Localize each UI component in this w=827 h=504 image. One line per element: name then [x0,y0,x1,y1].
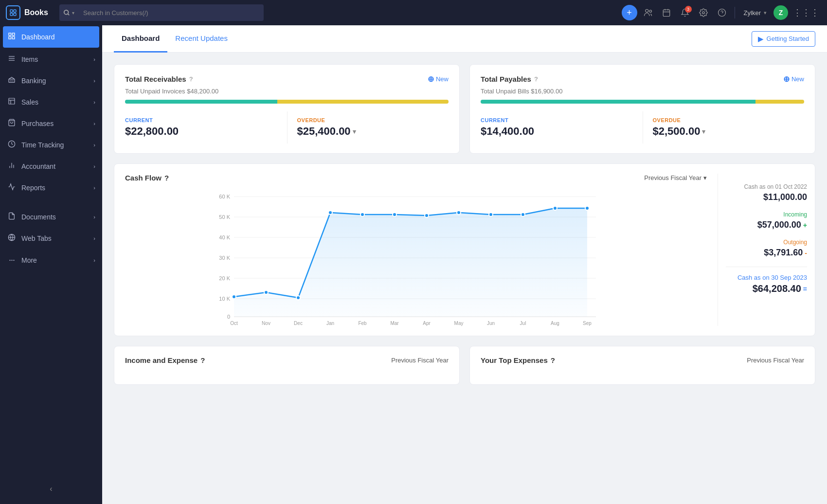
svg-rect-15 [9,33,11,36]
sidebar-item-label: Documents [21,213,56,221]
overdue-dropdown-icon[interactable]: ▾ [353,128,356,135]
receivables-current-metric: CURRENT $22,800.00 [125,111,287,144]
settings-icon-button[interactable] [696,5,711,20]
sidebar-item-more[interactable]: ··· More › [0,249,102,271]
sidebar-item-label: Accountant [21,162,55,170]
sales-icon [7,97,17,107]
receivables-current-value: $22,800.00 [125,125,287,138]
receivables-progress-bar [125,100,449,104]
svg-text:40 K: 40 K [219,234,230,240]
svg-text:Feb: Feb [358,321,367,326]
svg-rect-17 [12,36,15,39]
outgoing-sign: - [805,249,807,257]
play-icon: ▶ [758,35,764,43]
chevron-right-icon: › [93,121,95,126]
help-icon[interactable]: ? [189,75,193,83]
svg-text:10 K: 10 K [219,296,230,302]
help-icon-button[interactable] [714,5,730,20]
notification-badge: 3 [685,6,692,13]
svg-rect-0 [10,10,13,12]
help-icon[interactable]: ? [534,75,538,83]
notifications-button[interactable]: 3 [677,5,693,20]
avatar[interactable]: Z [773,5,788,20]
help-icon[interactable]: ? [551,356,555,364]
receivables-new-button[interactable]: ⊕ New [428,74,449,84]
content-header: Dashboard Recent Updates ▶ Getting Start… [102,25,827,53]
closing-sign: = [803,285,807,293]
chevron-right-icon: › [93,99,95,105]
overdue-dropdown-icon[interactable]: ▾ [702,128,705,135]
sidebar-item-banking[interactable]: Banking › [0,70,102,91]
app-grid-button[interactable]: ⋮⋮⋮ [791,5,821,20]
tab-dashboard[interactable]: Dashboard [114,25,167,53]
svg-rect-1 [14,10,16,12]
content-body: Total Receivables ? ⊕ New Total Unpaid I… [102,53,827,504]
svg-text:0: 0 [227,314,230,320]
sidebar-item-web-tabs[interactable]: Web Tabs › [0,228,102,249]
svg-text:Apr: Apr [423,321,431,326]
sidebar-item-dashboard[interactable]: Dashboard [3,26,99,48]
chevron-down-icon: ▾ [72,10,74,16]
svg-text:Jul: Jul [520,321,526,326]
income-expense-period-select[interactable]: Previous Fiscal Year [391,357,449,364]
help-icon[interactable]: ? [200,356,205,364]
svg-rect-26 [9,98,15,104]
svg-point-7 [649,10,652,13]
sidebar-item-items[interactable]: Items › [0,49,102,70]
svg-point-55 [360,213,364,216]
sidebar-item-label: Sales [21,98,38,106]
sidebar-item-label: Dashboard [21,33,55,41]
cashflow-chart: 60 K 50 K 40 K 30 K 20 K 10 K 0 [125,190,707,326]
search-mode-button[interactable]: ▾ [59,4,78,21]
username: Zylker [744,9,761,17]
nav-divider [735,7,735,18]
svg-point-53 [296,296,300,300]
sidebar-item-documents[interactable]: Documents › [0,206,102,228]
user-menu-button[interactable]: Zylker ▾ [740,7,771,18]
receivables-metrics: CURRENT $22,800.00 OVERDUE $25,400.00 ▾ [125,111,449,144]
svg-point-13 [718,9,725,17]
tab-recent-updates[interactable]: Recent Updates [167,25,235,53]
payables-new-button[interactable]: ⊕ New [783,74,804,84]
help-icon[interactable]: ? [164,174,169,182]
sidebar-collapse-button[interactable]: ‹ [0,479,102,499]
items-icon [7,54,17,64]
svg-text:30 K: 30 K [219,255,230,261]
opening-value: $11,000.00 [726,192,807,202]
logo-icon [6,5,20,20]
svg-rect-16 [12,33,15,36]
sidebar-item-purchases[interactable]: Purchases › [0,113,102,134]
receivables-overdue-bar [277,100,449,104]
payables-current-value: $14,400.00 [481,125,643,138]
accountant-icon [7,162,17,171]
search-wrap: ▾ [59,4,264,21]
top-expenses-period-select[interactable]: Previous Fiscal Year [747,357,804,364]
calendar-icon-button[interactable] [659,5,674,20]
svg-line-5 [68,14,69,15]
cashflow-period-select[interactable]: Previous Fiscal Year ▾ [644,174,707,181]
sidebar-item-sales[interactable]: Sales › [0,91,102,113]
svg-point-62 [585,206,589,210]
sidebar-item-label: Purchases [21,120,54,127]
sidebar-item-reports[interactable]: Reports › [0,177,102,198]
chevron-right-icon: › [93,78,95,84]
contacts-icon-button[interactable] [640,5,656,20]
svg-text:Mar: Mar [390,321,399,326]
svg-text:60 K: 60 K [219,194,230,199]
topnav-actions: + 3 Zylker ▾ Z ⋮⋮⋮ [622,5,821,20]
outgoing-stat: Outgoing $3,791.60 - [726,239,807,258]
svg-point-57 [425,214,429,217]
svg-text:50 K: 50 K [219,214,230,220]
payables-overdue-value: $2,500.00 ▾ [653,125,805,138]
sidebar-item-time-tracking[interactable]: Time Tracking › [0,134,102,156]
sidebar-item-label: Web Tabs [21,234,52,242]
metrics-row: Total Receivables ? ⊕ New Total Unpaid I… [114,64,815,154]
getting-started-button[interactable]: ▶ Getting Started [752,31,815,47]
incoming-value: $57,000.00 + [726,220,807,230]
search-input[interactable] [78,4,264,21]
banking-icon [7,76,17,86]
payables-overdue-bar [755,100,804,104]
add-button[interactable]: + [622,5,637,20]
svg-point-12 [702,12,704,14]
sidebar-item-accountant[interactable]: Accountant › [0,156,102,177]
